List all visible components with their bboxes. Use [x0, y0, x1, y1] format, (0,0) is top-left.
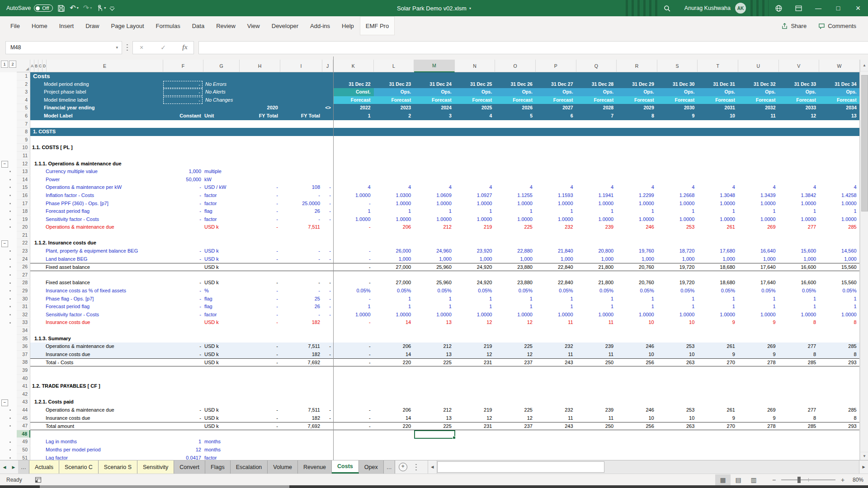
row-header-31[interactable]: 31	[17, 303, 30, 311]
cell-U6[interactable]: 11	[738, 112, 779, 120]
globe-icon[interactable]	[769, 0, 788, 16]
cell-Q2[interactable]: 31 Dec 28	[576, 80, 617, 89]
cell-G24[interactable]: USD k	[203, 255, 240, 263]
row-header-28[interactable]: 28	[17, 279, 30, 287]
cell-U17[interactable]: 1.0000	[738, 200, 779, 208]
minimize-button[interactable]: —	[808, 0, 828, 16]
cell-L2[interactable]: 31 Dec 23	[374, 80, 415, 89]
cell-K26[interactable]: -	[333, 263, 374, 271]
view-normal-icon[interactable]: ▦	[715, 474, 731, 485]
status-note-2[interactable]: No Errors	[203, 80, 333, 89]
cell-E4[interactable]: Model timeline label	[30, 96, 163, 104]
cell-Q30[interactable]: 1	[576, 295, 617, 303]
cell-E13[interactable]: Currency multiple value	[30, 168, 163, 176]
subsection-heading-12[interactable]: 1.1.1. Operations & maintenance due	[30, 160, 302, 168]
cell-L20[interactable]: 206	[374, 223, 415, 231]
row-header-2[interactable]: 2	[17, 80, 30, 89]
name-box[interactable]: M48 ▾	[5, 41, 122, 54]
cell-L24[interactable]: 1,000	[374, 255, 415, 263]
row-header-44[interactable]: 44	[17, 406, 30, 414]
cell-H20[interactable]: -	[240, 223, 280, 231]
col-header-A[interactable]: A	[30, 60, 34, 72]
cell-J18[interactable]: -	[322, 207, 333, 216]
zoom-level[interactable]: 80%	[846, 477, 863, 483]
cell-V19[interactable]: 1.0000	[779, 216, 820, 224]
input-box-2[interactable]: -	[163, 81, 203, 88]
ribbon-tab-help[interactable]: Help	[336, 16, 360, 35]
cell-T18[interactable]: 1	[698, 207, 738, 216]
cell-I6[interactable]: FY Total	[280, 112, 322, 120]
view-page-layout-icon[interactable]: ▤	[731, 474, 746, 485]
cell-P6[interactable]: 6	[536, 112, 576, 120]
cell-K29[interactable]: 0.05%	[333, 287, 374, 295]
cell-V33[interactable]: 8	[779, 319, 820, 327]
col-header-B[interactable]: B	[34, 60, 38, 72]
cell-M15[interactable]: 4	[414, 183, 455, 192]
cell-N17[interactable]: 1.0000	[455, 200, 495, 208]
cell-U15[interactable]: 4	[738, 183, 779, 192]
cell-G32[interactable]: factor	[203, 311, 240, 319]
cell-S47[interactable]: 263	[657, 422, 698, 430]
cell-V45[interactable]: 8	[779, 414, 820, 422]
cell-R4[interactable]: Forecast	[617, 96, 657, 104]
cell-E47[interactable]: Total amount	[30, 422, 163, 430]
cell-H45[interactable]: -	[240, 414, 280, 422]
cell-M33[interactable]: 13	[414, 319, 455, 327]
cancel-entry-icon[interactable]: ×	[136, 44, 147, 51]
row-header-37[interactable]: 37	[17, 351, 30, 359]
cell-T33[interactable]: 9	[698, 319, 738, 327]
cell-Q15[interactable]: 4	[576, 183, 617, 192]
cell-E45[interactable]: Insurance costs due	[30, 414, 163, 422]
cell-H37[interactable]: -	[240, 351, 280, 359]
undo-button[interactable]: ↶▾	[70, 5, 78, 12]
cell-E18[interactable]: Forecast period flag	[30, 207, 163, 216]
outline-level-1[interactable]: 1	[1, 61, 8, 68]
cell-K19[interactable]: 1.0000	[333, 216, 374, 224]
cell-F44[interactable]: -	[163, 406, 203, 414]
cell-L37[interactable]: 14	[374, 351, 415, 359]
cell-O36[interactable]: 225	[495, 343, 536, 351]
cell-S30[interactable]: 1	[657, 295, 698, 303]
cell-T23[interactable]: 17,680	[698, 247, 738, 255]
cell-Q28[interactable]: 21,800	[576, 279, 617, 287]
cell-U20[interactable]: 269	[738, 223, 779, 231]
col-header-O[interactable]: O	[495, 60, 536, 72]
cell-F6[interactable]: Constant	[163, 112, 203, 120]
cell-R45[interactable]: 10	[617, 414, 657, 422]
cell-F31[interactable]: -	[163, 303, 203, 311]
cell-H38[interactable]: -	[240, 359, 280, 366]
cell-O45[interactable]: 12	[495, 414, 536, 422]
row-header-50[interactable]: 50	[17, 446, 30, 454]
formula-input[interactable]	[198, 41, 868, 54]
cell-R30[interactable]: 1	[617, 295, 657, 303]
cell-J15[interactable]: -	[322, 183, 333, 192]
cell-L18[interactable]: 1	[374, 207, 415, 216]
cell-E32[interactable]: Sensitivity factor - Costs	[30, 311, 163, 319]
cell-P38[interactable]: 243	[536, 359, 576, 366]
cell-H14[interactable]	[240, 176, 280, 184]
ribbon-tab-data[interactable]: Data	[186, 16, 210, 35]
cell-Q29[interactable]: 0.05%	[576, 287, 617, 295]
cell-E6[interactable]: Model Label	[30, 112, 163, 120]
cell-T19[interactable]: 1.0000	[698, 216, 738, 224]
cell-T24[interactable]: 1,000	[698, 255, 738, 263]
row-header-21[interactable]: 21	[17, 231, 30, 239]
cell-M19[interactable]: 1.0000	[414, 216, 455, 224]
view-page-break-icon[interactable]: ▥	[746, 474, 761, 485]
cell-G51[interactable]: factor	[203, 454, 240, 460]
sheet-tab-costs[interactable]: Costs	[332, 460, 359, 474]
cell-T29[interactable]: 0.05%	[698, 287, 738, 295]
cell-F3[interactable]: -	[163, 88, 203, 96]
cell-Q24[interactable]: 1,000	[576, 255, 617, 263]
cell-S2[interactable]: 31 Dec 30	[657, 80, 698, 89]
cell-R33[interactable]: 10	[617, 319, 657, 327]
section-heading-41[interactable]: 1.2. TRADE PAYABLES [ CF ]	[30, 382, 302, 390]
cell-M18[interactable]: 1	[414, 207, 455, 216]
row-header-35[interactable]: 35	[17, 335, 30, 343]
cell-V2[interactable]: 31 Dec 33	[779, 80, 820, 89]
row-header-17[interactable]: 17	[17, 200, 30, 208]
cell-P4[interactable]: Forecast	[536, 96, 576, 104]
cell-K2[interactable]: 31 Dec 22	[333, 80, 374, 89]
cell-T16[interactable]: 1.3048	[698, 192, 738, 200]
cell-L3[interactable]: Ops.	[374, 88, 415, 96]
